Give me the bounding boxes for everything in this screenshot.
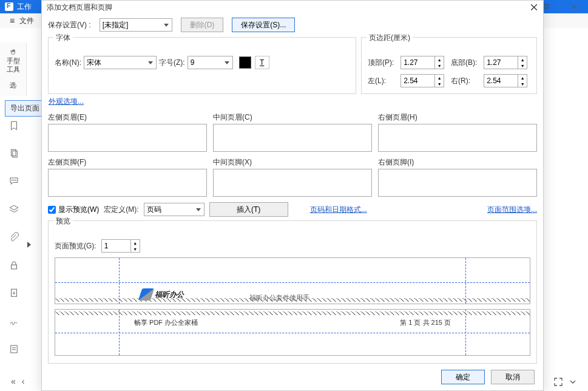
save-settings-button[interactable]: 保存设置(S)... bbox=[232, 18, 295, 32]
preview-group: 预览 页面预览(G): 1▲▼ 福昕办公 福昕办公套件使用手 bbox=[48, 220, 537, 364]
macro-label: 宏定义(M): bbox=[104, 205, 138, 215]
preview-bottom-left-text: 畅享 PDF 办公全家桶 bbox=[134, 318, 198, 327]
cancel-button[interactable]: 取消 bbox=[491, 370, 535, 384]
margins-group: 页边距(厘米) 顶部(P): 1.27▲▼ 底部(B): 1.27▲▼ 左(L)… bbox=[361, 37, 537, 94]
ok-button[interactable]: 确定 bbox=[441, 370, 485, 384]
hand-icon bbox=[7, 49, 19, 56]
bookmark-icon[interactable] bbox=[7, 118, 21, 133]
preview-group-title: 预览 bbox=[53, 216, 73, 226]
center-footer-input[interactable] bbox=[213, 169, 372, 197]
left-header-input[interactable] bbox=[48, 124, 207, 152]
hand-tool-button[interactable]: 手型 工具 bbox=[2, 49, 24, 73]
header-footer-dialog: 添加文档页眉和页脚 保存设置(V) : [未指定] 删除(D) 保存设置(S).… bbox=[41, 0, 544, 391]
insert-button[interactable]: 插入(T) bbox=[209, 202, 288, 217]
svg-rect-12 bbox=[11, 345, 18, 353]
center-header-input[interactable] bbox=[213, 124, 372, 152]
security-icon[interactable] bbox=[7, 258, 21, 273]
preview-bottom-right-text: 第 1 页 共 215 页 bbox=[400, 318, 451, 327]
page-preview-label: 页面预览(G): bbox=[55, 241, 96, 251]
macro-row: 显示预览(W) 宏定义(M): 页码 插入(T) 页码和日期格式... 页面范围… bbox=[48, 202, 537, 217]
first-page-icon[interactable]: « bbox=[11, 376, 16, 386]
export-icon[interactable] bbox=[7, 286, 21, 301]
hand-tool-label2: 工具 bbox=[7, 66, 20, 73]
export-page-tab[interactable]: 导出页面 bbox=[5, 100, 45, 117]
layers-icon[interactable] bbox=[7, 202, 21, 217]
macro-combo[interactable]: 页码 bbox=[144, 203, 204, 216]
margin-bottom-input[interactable]: 1.27▲▼ bbox=[484, 56, 527, 69]
svg-rect-5 bbox=[12, 149, 16, 156]
preview-top-tagline: 福昕办公套件使用手 bbox=[249, 293, 309, 302]
side-panel-icons bbox=[0, 118, 22, 356]
hamburger-icon[interactable]: ≡ bbox=[10, 16, 15, 25]
header-footer-grid: 左侧页眉(E) 中间页眉(C) 右侧页眉(H) 左侧页脚(F) 中间页脚(X) … bbox=[48, 112, 537, 199]
preview-page-bottom: 畅享 PDF 办公全家桶 第 1 页 共 215 页 bbox=[55, 309, 530, 356]
right-header-label: 右侧页眉(H) bbox=[378, 112, 537, 123]
margin-bottom-label: 底部(B): bbox=[451, 58, 480, 68]
font-size-combo[interactable]: 9 bbox=[188, 56, 233, 69]
margin-left-input[interactable]: 2.54▲▼ bbox=[400, 74, 444, 87]
comments-icon[interactable] bbox=[7, 174, 21, 189]
dialog-footer: 确定 取消 bbox=[42, 364, 543, 390]
page-date-format-link[interactable]: 页码和日期格式... bbox=[310, 205, 367, 215]
expand-side-panel-icon[interactable] bbox=[27, 242, 31, 248]
center-header-label: 中间页眉(C) bbox=[213, 112, 372, 123]
font-group: 字体 名称(N): 宋体 字号(Z): 9 T 外观选项... bbox=[48, 37, 356, 94]
dialog-titlebar: 添加文档页眉和页脚 bbox=[42, 1, 543, 14]
page-range-options-link[interactable]: 页面范围选项... bbox=[487, 205, 537, 215]
margin-top-label: 顶部(P): bbox=[368, 58, 397, 68]
svg-rect-6 bbox=[13, 151, 18, 158]
left-toolbar: 手型 工具 选 bbox=[0, 42, 27, 96]
preview-logo: 福昕办公 bbox=[140, 288, 184, 301]
form-icon[interactable] bbox=[7, 342, 21, 356]
svg-point-8 bbox=[13, 180, 14, 180]
app-title: 工作 bbox=[17, 2, 32, 12]
right-footer-label: 右侧页脚(I) bbox=[378, 157, 537, 168]
font-name-combo[interactable]: 宋体 bbox=[84, 56, 157, 69]
show-preview-checkbox[interactable]: 显示预览(W) bbox=[48, 205, 99, 215]
left-footer-label: 左侧页脚(F) bbox=[48, 157, 207, 168]
preview-page-top: 福昕办公 福昕办公套件使用手 bbox=[55, 257, 530, 304]
dialog-close-button[interactable] bbox=[529, 2, 539, 13]
hand-tool-label1: 手型 bbox=[7, 57, 20, 64]
window-close-button[interactable] bbox=[560, 0, 588, 13]
appearance-options-link[interactable]: 外观选项... bbox=[49, 97, 84, 107]
font-size-label: 字号(Z): bbox=[159, 58, 185, 68]
bottom-nav: « ‹ bbox=[11, 376, 24, 386]
margin-right-label: 右(R): bbox=[451, 76, 480, 86]
save-settings-label: 保存设置(V) : bbox=[48, 20, 91, 30]
margin-right-input[interactable]: 2.54▲▼ bbox=[484, 74, 527, 87]
margins-group-title: 页边距(厘米) bbox=[367, 33, 413, 43]
right-footer-input[interactable] bbox=[378, 169, 537, 197]
font-group-title: 字体 bbox=[53, 33, 73, 43]
dialog-title: 添加文档页眉和页脚 bbox=[47, 2, 112, 13]
fullscreen-icon[interactable] bbox=[554, 378, 563, 386]
save-settings-combo[interactable]: [未指定] bbox=[100, 18, 172, 32]
svg-point-7 bbox=[12, 180, 12, 180]
bottom-right-controls bbox=[554, 378, 577, 386]
select-tool-label: 选 bbox=[10, 81, 16, 89]
attachments-icon[interactable] bbox=[7, 230, 21, 245]
app-logo-icon bbox=[5, 2, 13, 11]
margin-top-input[interactable]: 1.27▲▼ bbox=[400, 56, 444, 69]
margin-left-label: 左(L): bbox=[368, 76, 397, 86]
save-settings-row: 保存设置(V) : [未指定] 删除(D) 保存设置(S)... bbox=[48, 18, 537, 32]
delete-button[interactable]: 删除(D) bbox=[181, 18, 224, 32]
center-footer-label: 中间页脚(X) bbox=[213, 157, 372, 168]
left-header-label: 左侧页眉(E) bbox=[48, 112, 207, 123]
menu-file[interactable]: 文件 bbox=[19, 16, 34, 26]
font-name-label: 名称(N): bbox=[55, 58, 81, 68]
preview-area: 福昕办公 福昕办公套件使用手 畅享 PDF 办公全家桶 第 1 页 共 215 … bbox=[55, 256, 530, 357]
pages-icon[interactable] bbox=[7, 146, 21, 161]
svg-point-9 bbox=[15, 180, 16, 180]
collapse-down-icon[interactable] bbox=[569, 378, 577, 386]
page-preview-input[interactable]: 1▲▼ bbox=[101, 239, 140, 253]
right-header-input[interactable] bbox=[378, 124, 537, 152]
font-color-swatch[interactable] bbox=[239, 56, 251, 69]
signature-icon[interactable] bbox=[7, 314, 21, 328]
underline-button[interactable]: T bbox=[255, 56, 269, 69]
left-footer-input[interactable] bbox=[48, 169, 207, 197]
select-tool-button[interactable]: 选 bbox=[2, 75, 24, 93]
prev-page-icon[interactable]: ‹ bbox=[22, 376, 25, 386]
svg-rect-10 bbox=[12, 265, 17, 269]
